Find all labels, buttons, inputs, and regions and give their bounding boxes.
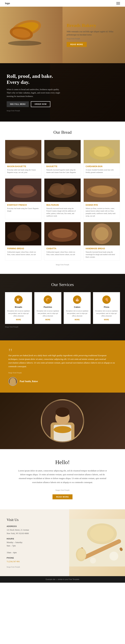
svg-point-36: [56, 407, 69, 417]
bread-name-3: Cardamon Bun: [86, 165, 118, 168]
services-cards: 🍞 Breads Excepteur sint occaecat cupidat…: [5, 292, 120, 324]
see-full-menu-button[interactable]: SEE FULL MENU: [7, 101, 29, 107]
bread-name-9: Handmade Bread: [86, 248, 118, 250]
svg-point-20: [61, 183, 75, 195]
services-title: Our Services: [5, 282, 120, 287]
pizza-icon: 🍕: [102, 296, 111, 304]
hero-description: Nibh venenatis cras sed felis eget aliqu…: [67, 30, 120, 36]
bread-info-3: Cardamon Bun A classic braided Swedish s…: [84, 163, 120, 176]
visit-image: [69, 509, 125, 576]
svg-point-4: [8, 41, 41, 46]
bread-image-1: [5, 140, 41, 163]
service-more-pizza[interactable]: MORE: [95, 319, 118, 320]
bread-desc-8: Unbleached organic wheat flour, whole ry…: [46, 251, 78, 256]
services-image-credit: Image from Freepik: [0, 324, 125, 331]
service-more-breads[interactable]: MORE: [7, 319, 30, 320]
roll-section: Roll, proof, and bake. Every day. When i…: [0, 63, 125, 122]
bread-name-4: Everyday French: [7, 204, 39, 206]
hero-image-credit: Image from Freepik: [67, 38, 120, 40]
hours-value: Monday – Saturday9am – 7pm10am – 4pm: [7, 541, 63, 554]
bread-info-6: Danish Rye Whole rye flour, cracked rye …: [84, 202, 120, 219]
service-more-pastries[interactable]: MORE: [37, 319, 59, 320]
svg-point-48: [90, 558, 96, 564]
bread-image-4: [5, 178, 41, 202]
author-details: Paul Smith, Baker: [20, 380, 38, 383]
hamburger-menu[interactable]: [116, 2, 120, 4]
hello-section: Hello! Lorem ipsum dolor sit amet, conse…: [0, 449, 125, 510]
visit-image-credit: Image from Freepik: [7, 566, 63, 568]
baker-photo: [41, 399, 84, 442]
service-name-pizza: Pizza: [95, 306, 118, 308]
bread-info-4: Everyday French Everyday loaf made using…: [5, 202, 41, 214]
services-content: Our Services 🍞 Breads Excepteur sint occ…: [0, 274, 125, 324]
svg-point-26: [15, 224, 31, 240]
bread-section: Our Bread Mason Baguette Everyday table …: [0, 122, 125, 274]
bread-name-7: Farming Bread: [7, 248, 39, 250]
svg-rect-16: [12, 185, 34, 194]
order-now-button[interactable]: ORDER NOW: [31, 101, 50, 107]
bread-card-5: Multigrain Naturally leavened bread made…: [44, 178, 81, 219]
quote-text: Our pastries are baked fresh on a daily …: [8, 354, 117, 368]
bread-name-8: Ciabatta: [46, 248, 78, 250]
visit-section: Visit Us ADDRESS 121 Rock Street, 21 Ave…: [0, 509, 125, 576]
breads-icon: 🍞: [14, 296, 23, 304]
service-desc-pizza: Excepteur sint occaecat cupidatat non pr…: [95, 310, 118, 317]
hero-content: Breads Bakery Nibh venenatis cras sed fe…: [67, 23, 120, 47]
bread-info-2: Baguette Naturally leavened baguette mad…: [44, 163, 80, 176]
bread-desc-5: Naturally leavened bread made using the …: [46, 207, 78, 217]
service-card-breads: 🍞 Breads Excepteur sint occaecat cupidat…: [5, 292, 32, 324]
bread-image-credit: Image from Freepik: [5, 264, 120, 266]
bread-card-7: Farming Bread Unbleached organic wheat f…: [5, 222, 42, 260]
bread-desc-9: Naturally leavened bread made using the …: [86, 251, 118, 258]
service-desc-breads: Excepteur sint occaecat cupidatat non pr…: [7, 310, 30, 317]
service-card-pizza: 🍕 Pizza Excepteur sint occaecat cupidata…: [93, 292, 120, 324]
bread-info-7: Farming Bread Unbleached organic wheat f…: [5, 246, 41, 258]
author-name: Paul Smith, Baker: [20, 380, 38, 383]
quote-author: Paul Smith, Baker: [8, 377, 117, 386]
baker-section: [0, 392, 125, 449]
service-desc-pastries: Excepteur sint occaecat cupidatat non pr…: [37, 310, 59, 317]
bread-desc-2: Naturally leavened baguette made using t…: [46, 168, 78, 174]
bread-name-1: Mason Baguette: [7, 165, 39, 168]
bread-card-2: Baguette Naturally leavened baguette mad…: [44, 140, 81, 176]
hello-cta-button[interactable]: READ MORE: [53, 494, 72, 499]
service-name-pastries: Pastries: [37, 306, 59, 308]
service-card-cakes: 🎂 Cakes Excepteur sint occaecat cupidata…: [64, 292, 91, 324]
address-label: ADDRESS: [7, 525, 63, 527]
bread-card-1: Mason Baguette Everyday table loaf made …: [5, 140, 42, 176]
roll-buttons: SEE FULL MENU ORDER NOW: [7, 101, 63, 107]
bread-name-6: Danish Rye: [86, 204, 118, 206]
hello-title: Hello!: [10, 459, 115, 466]
bread-desc-7: Unbleached organic wheat flour, whole ry…: [7, 251, 39, 256]
phone-value: T (234) 567-891: [7, 560, 63, 563]
footer: Example site — similar to your Free Temp…: [0, 576, 125, 583]
svg-point-46: [77, 549, 85, 560]
svg-point-13: [94, 146, 110, 157]
bread-image-2: [44, 140, 80, 163]
svg-rect-10: [54, 147, 72, 155]
bread-card-3: Cardamon Bun A classic braided Swedish s…: [83, 140, 120, 176]
bread-card-4: Everyday French Everyday loaf made using…: [5, 178, 42, 219]
roll-content: Roll, proof, and bake. Every day. When i…: [7, 73, 63, 107]
svg-point-29: [52, 229, 73, 238]
bread-desc-4: Everyday loaf made using the Classic Bag…: [7, 207, 39, 212]
svg-point-41: [90, 525, 114, 542]
bread-name-5: Multigrain: [46, 204, 78, 206]
roll-image-credit: Image from Freepik: [7, 110, 118, 112]
bread-card-6: Danish Rye Whole rye flour, cracked rye …: [83, 178, 120, 219]
hero-cta-button[interactable]: READ MORE: [67, 42, 87, 47]
svg-point-47: [109, 552, 118, 561]
hero-bread-image: [0, 7, 63, 63]
visit-info: Visit Us ADDRESS 121 Rock Street, 21 Ave…: [0, 509, 69, 576]
quote-image-credit: Image from Freepik: [8, 372, 117, 374]
phone-label: PHONE: [7, 557, 63, 559]
header: logo: [0, 0, 125, 7]
bread-image-3: [84, 140, 120, 163]
service-desc-cakes: Excepteur sint occaecat cupidatat non pr…: [66, 310, 88, 317]
bread-name-2: Baguette: [46, 165, 78, 168]
roll-title: Roll, proof, and bake. Every day.: [7, 73, 63, 85]
service-more-cakes[interactable]: MORE: [66, 319, 88, 320]
author-avatar: [8, 377, 17, 386]
svg-point-7: [12, 148, 35, 156]
bread-image-6: [84, 178, 120, 202]
